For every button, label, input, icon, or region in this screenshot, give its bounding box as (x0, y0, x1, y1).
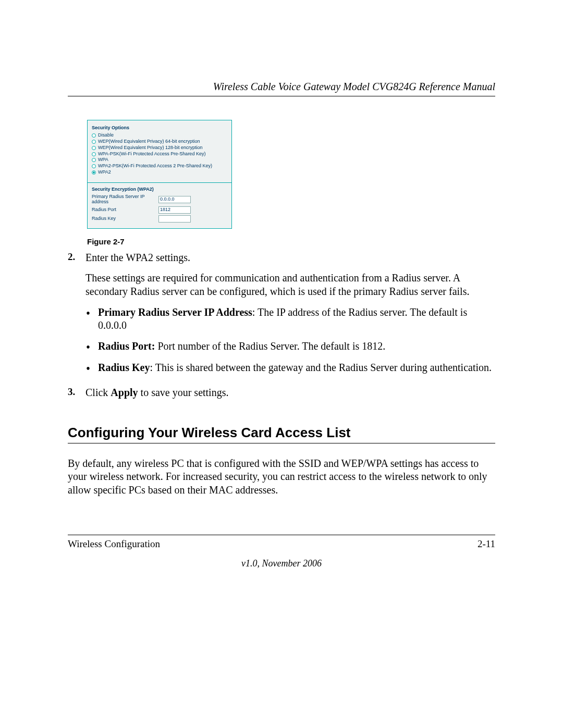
option-label: WPA (98, 157, 108, 163)
bullet-dot-icon: • (85, 362, 91, 376)
radio-icon (92, 133, 96, 138)
step-number: 2. (68, 251, 79, 383)
row-radius-key: Radius Key (92, 215, 227, 223)
radio-icon (92, 140, 96, 144)
option-wpa-psk[interactable]: WPA-PSK(Wi-Fi Protected Access Pre-Share… (92, 152, 227, 157)
bullet-dot-icon: • (85, 341, 91, 354)
section-paragraph: By default, any wireless PC that is conf… (68, 457, 495, 497)
field-label: Primary Radius Server IP address (92, 194, 158, 205)
running-header: Wireless Cable Voice Gateway Model CVG82… (68, 81, 495, 93)
option-wep-128[interactable]: WEP(Wired Equivalent Privacy) 128-bit en… (92, 145, 227, 151)
step-2-line-1: Enter the WPA2 settings. (85, 251, 495, 265)
bullet-primary-radius: • Primary Radius Server IP Address: The … (85, 306, 495, 332)
option-label: WPA-PSK(Wi-Fi Protected Access Pre-Share… (98, 152, 205, 157)
security-options-heading: Security Options (92, 126, 227, 131)
radio-icon (92, 146, 96, 150)
bullet-text: Primary Radius Server IP Address: The IP… (98, 306, 495, 332)
field-label: Radius Key (92, 216, 158, 221)
header-rule (68, 96, 495, 96)
primary-radius-ip-input[interactable]: 0.0.0.0 (158, 196, 191, 203)
bullet-text: Radius Port: Port number of the Radius S… (98, 340, 385, 354)
row-radius-port: Radius Port 1812 (92, 206, 227, 214)
option-label: Disable (98, 133, 114, 138)
radio-icon (92, 170, 96, 175)
bullet-text: Radius Key: This is shared between the g… (98, 361, 492, 376)
option-wep-64[interactable]: WEP(Wired Equivalent Privacy) 64-bit enc… (92, 139, 227, 144)
option-label: WEP(Wired Equivalent Privacy) 64-bit enc… (98, 139, 200, 144)
footer-left: Wireless Configuration (68, 538, 160, 550)
footer-version: v1.0, November 2006 (68, 558, 495, 569)
row-primary-radius-ip: Primary Radius Server IP address 0.0.0.0 (92, 194, 227, 205)
step-2-line-2: These settings are required for communic… (85, 272, 495, 298)
option-disable[interactable]: Disable (92, 133, 227, 138)
footer-rule (68, 535, 495, 535)
field-label: Radius Port (92, 207, 158, 213)
option-label: WPA2-PSK(Wi-Fi Protected Access 2 Pre-Sh… (98, 164, 212, 169)
option-wpa2-psk[interactable]: WPA2-PSK(Wi-Fi Protected Access 2 Pre-Sh… (92, 164, 227, 169)
option-label: WEP(Wired Equivalent Privacy) 128-bit en… (98, 145, 203, 151)
bullet-radius-key: • Radius Key: This is shared between the… (85, 361, 495, 376)
section-heading: Configuring Your Wireless Card Access Li… (68, 425, 495, 441)
security-options-panel: Security Options Disable WEP(Wired Equiv… (87, 120, 232, 229)
panel-separator (88, 182, 231, 183)
step-3: 3. Click Apply to save your settings. (68, 386, 495, 407)
radio-icon (92, 164, 96, 168)
footer-page-number: 2-11 (478, 538, 495, 550)
section-rule (68, 443, 495, 443)
figure-caption: Figure 2-7 (87, 237, 495, 246)
step-3-text: Click Apply to save your settings. (85, 386, 495, 400)
radio-icon (92, 152, 96, 156)
bullet-radius-port: • Radius Port: Port number of the Radius… (85, 340, 495, 354)
step-2: 2. Enter the WPA2 settings. These settin… (68, 251, 495, 383)
radius-port-input[interactable]: 1812 (158, 206, 191, 214)
bullet-dot-icon: • (85, 307, 91, 332)
option-wpa[interactable]: WPA (92, 157, 227, 163)
step-number: 3. (68, 386, 79, 407)
radio-icon (92, 158, 96, 162)
option-label: WPA2 (98, 170, 111, 175)
option-wpa2[interactable]: WPA2 (92, 170, 227, 175)
security-encryption-heading: Security Encryption (WPA2) (92, 187, 227, 192)
radius-key-input[interactable] (158, 215, 191, 223)
